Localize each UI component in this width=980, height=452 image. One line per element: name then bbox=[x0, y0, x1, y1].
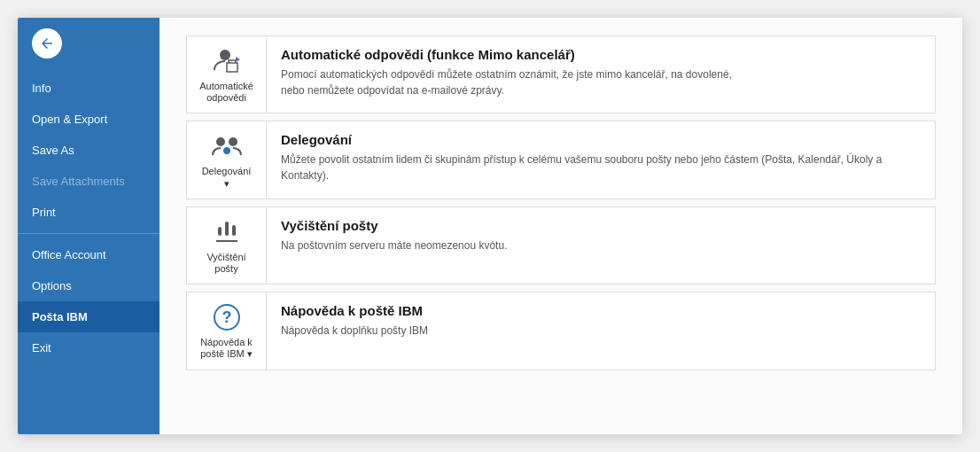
back-icon bbox=[39, 35, 55, 51]
sidebar-item-open-export[interactable]: Open & Export bbox=[18, 104, 159, 135]
sidebar-back-area bbox=[18, 18, 159, 69]
svg-point-3 bbox=[223, 147, 230, 154]
svg-point-0 bbox=[220, 50, 230, 60]
card-icon-label-vycisteni-posty: Vyčištění pošty bbox=[206, 252, 245, 275]
card-vycisteni-posty[interactable]: Vyčištění poštyVyčištění poštyNa poštovn… bbox=[186, 207, 936, 284]
card-desc-napoveda-ibm: Nápověda k doplňku pošty IBM bbox=[281, 323, 921, 339]
main-content: Automatické odpovědiAutomatické odpovědi… bbox=[159, 18, 962, 434]
card-icon-label-delegovani: Delegování ▾ bbox=[202, 166, 252, 189]
sidebar-item-info[interactable]: Info bbox=[18, 73, 159, 104]
card-delegovani[interactable]: Delegování ▾DelegováníMůžete povolit ost… bbox=[186, 121, 936, 199]
sidebar-item-posta-ibm[interactable]: Pošta IBM bbox=[18, 301, 159, 332]
card-title-automaticke-odpovedi: Automatické odpovědi (funkce Mimo kancel… bbox=[281, 47, 921, 62]
card-icon-label-automaticke-odpovedi: Automatické odpovědi bbox=[199, 81, 253, 104]
sidebar-item-exit[interactable]: Exit bbox=[18, 332, 159, 363]
app-window: InfoOpen & ExportSave AsSave Attachments… bbox=[18, 18, 962, 434]
card-icon-area-vycisteni-posty: Vyčištění pošty bbox=[187, 207, 267, 284]
sidebar-item-options[interactable]: Options bbox=[18, 270, 159, 301]
card-icon-area-napoveda-ibm: ? Nápověda k poště IBM ▾ bbox=[187, 292, 267, 369]
card-icon-area-delegovani: Delegování ▾ bbox=[187, 121, 267, 198]
sidebar-items-container: InfoOpen & ExportSave AsSave Attachments… bbox=[18, 73, 159, 363]
card-title-delegovani: Delegování bbox=[281, 132, 921, 147]
card-content-vycisteni-posty: Vyčištění poštyNa poštovním serveru máte… bbox=[267, 207, 935, 264]
card-title-vycisteni-posty: Vyčištění pošty bbox=[281, 218, 921, 233]
sidebar-item-office-account[interactable]: Office Account bbox=[18, 239, 159, 270]
card-content-napoveda-ibm: Nápověda k poště IBMNápověda k doplňku p… bbox=[267, 292, 935, 349]
card-desc-automaticke-odpovedi: Pomocí automatických odpovědí můžete ost… bbox=[281, 66, 921, 98]
sidebar-item-save-attachments: Save Attachments bbox=[18, 166, 159, 197]
card-content-automaticke-odpovedi: Automatické odpovědi (funkce Mimo kancel… bbox=[267, 36, 935, 109]
sidebar-divider bbox=[18, 233, 159, 234]
card-automaticke-odpovedi[interactable]: Automatické odpovědiAutomatické odpovědi… bbox=[186, 35, 936, 113]
card-list: Automatické odpovědiAutomatické odpovědi… bbox=[186, 35, 936, 370]
svg-text:?: ? bbox=[222, 308, 231, 326]
svg-point-2 bbox=[229, 137, 237, 146]
svg-rect-6 bbox=[232, 225, 236, 236]
card-icon-area-automaticke-odpovedi: Automatické odpovědi bbox=[187, 36, 267, 113]
sidebar-item-save-as[interactable]: Save As bbox=[18, 135, 159, 166]
svg-rect-5 bbox=[218, 227, 222, 236]
back-button[interactable] bbox=[32, 28, 62, 58]
svg-rect-4 bbox=[225, 222, 229, 236]
card-title-napoveda-ibm: Nápověda k poště IBM bbox=[281, 303, 921, 318]
svg-point-1 bbox=[216, 137, 225, 146]
card-icon-label-napoveda-ibm: Nápověda k poště IBM ▾ bbox=[200, 337, 253, 360]
sidebar-item-print[interactable]: Print bbox=[18, 197, 159, 228]
card-desc-delegovani: Můžete povolit ostatním lidem či skupiná… bbox=[281, 152, 921, 183]
sidebar: InfoOpen & ExportSave AsSave Attachments… bbox=[18, 18, 159, 434]
card-napoveda-ibm[interactable]: ? Nápověda k poště IBM ▾Nápověda k poště… bbox=[186, 292, 936, 370]
card-desc-vycisteni-posty: Na poštovním serveru máte neomezenou kvó… bbox=[281, 238, 921, 253]
card-content-delegovani: DelegováníMůžete povolit ostatním lidem … bbox=[267, 121, 935, 194]
